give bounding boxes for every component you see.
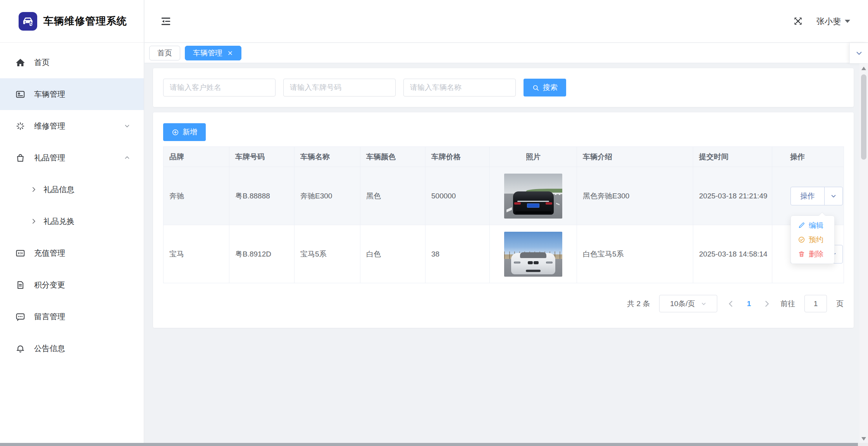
vehicle-photo-black-mercedes[interactable] (504, 174, 562, 219)
check-circle-icon (798, 236, 805, 243)
next-page-button[interactable] (763, 300, 771, 308)
caret-down-icon (845, 20, 850, 23)
collapse-menu-icon[interactable] (160, 15, 172, 27)
page-size-select[interactable]: 10条/页 (659, 295, 717, 312)
tab-label: 首页 (157, 48, 172, 58)
scroll-down-arrow-icon[interactable] (861, 437, 866, 441)
sidebar-item-messages[interactable]: 留言管理 (0, 301, 144, 332)
prev-page-button[interactable] (727, 300, 735, 308)
vehicle-name-input[interactable] (403, 79, 516, 96)
pagination: 共 2 条 10条/页 1 前往 页 (163, 295, 844, 312)
cell-brand: 奔驰 (164, 167, 229, 225)
table-row: 奔驰 粤B.88888 奔驰E300 黑色 500000 黑色奔驰E300 20… (164, 167, 844, 225)
cell-price: 38 (425, 225, 490, 283)
tab-overflow-button[interactable] (849, 43, 868, 63)
chevron-right-icon (30, 186, 37, 193)
goto-label: 前往 (780, 299, 795, 309)
cell-name: 奔驰E300 (294, 167, 360, 225)
cell-color: 白色 (360, 225, 425, 283)
col-plate: 车牌号码 (229, 147, 294, 167)
sidebar-item-home[interactable]: 首页 (0, 46, 144, 78)
sidebar-item-points[interactable]: 积分变更 (0, 269, 144, 301)
sidebar-item-label: 礼品兑换 (43, 216, 74, 227)
home-icon (16, 57, 26, 67)
menu-item-edit[interactable]: 编辑 (791, 218, 834, 232)
tab-vehicle-management[interactable]: 车辆管理 (185, 46, 241, 60)
scroll-up-arrow-icon[interactable] (861, 67, 866, 70)
cell-intro: 白色宝马5系 (577, 225, 693, 283)
close-icon[interactable] (227, 50, 233, 56)
sidebar-menu: 首页 车辆管理 维修管理 (0, 43, 144, 364)
car-logo-icon (19, 12, 37, 31)
row-action-split-button[interactable]: 操作 (790, 187, 843, 205)
menu-item-label: 删除 (809, 249, 823, 259)
col-price: 车牌价格 (425, 147, 490, 167)
vehicle-table-panel: 新增 品牌 车牌号码 车辆名称 车辆颜色 车牌价格 照片 车辆介绍 提交时间 操… (153, 112, 854, 328)
sidebar-item-label: 充值管理 (34, 248, 65, 258)
sidebar-item-gift-exchange[interactable]: 礼品兑换 (0, 205, 144, 237)
page-number-1[interactable]: 1 (744, 300, 753, 308)
chevron-down-icon (124, 122, 131, 129)
repair-spark-icon (16, 121, 26, 131)
add-button-label: 新增 (183, 127, 197, 137)
plate-number-input[interactable] (283, 79, 396, 96)
goto-page-input[interactable] (804, 295, 827, 312)
cell-plate: 粤B.88888 (229, 167, 294, 225)
vertical-scrollbar-thumb[interactable] (861, 74, 866, 160)
search-button[interactable]: 搜索 (524, 79, 566, 96)
row-action-label[interactable]: 操作 (791, 187, 825, 205)
menu-item-delete[interactable]: 删除 (791, 247, 834, 261)
row-action-dropdown-menu: 编辑 预约 删除 (790, 215, 835, 264)
logo: 车辆维修管理系统 (0, 0, 144, 43)
chevron-down-icon[interactable] (825, 187, 842, 205)
fullscreen-icon[interactable] (793, 16, 803, 26)
sidebar-item-recharge[interactable]: 充值管理 (0, 237, 144, 269)
sidebar-item-label: 公告信息 (34, 343, 65, 354)
bell-icon (16, 343, 26, 353)
vehicle-repair-admin-app: 车辆维修管理系统 首页 车辆管理 维修管理 (0, 0, 868, 446)
horizontal-scrollbar-thumb[interactable] (0, 443, 858, 446)
user-name: 张小斐 (816, 16, 841, 27)
tabbar: 首页 车辆管理 (145, 43, 868, 63)
topbar: 张小斐 (145, 0, 868, 43)
sidebar-item-repairs[interactable]: 维修管理 (0, 110, 144, 142)
chevron-right-icon (30, 218, 37, 225)
col-color: 车辆颜色 (360, 147, 425, 167)
tab-label: 车辆管理 (193, 48, 222, 58)
cell-price: 500000 (425, 167, 490, 225)
sidebar-item-notices[interactable]: 公告信息 (0, 332, 144, 364)
vehicle-photo-white-bmw[interactable] (504, 232, 562, 277)
vehicle-table: 品牌 车牌号码 车辆名称 车辆颜色 车牌价格 照片 车辆介绍 提交时间 操作 奔… (163, 146, 844, 283)
tab-home[interactable]: 首页 (149, 46, 180, 60)
search-icon (532, 84, 539, 91)
points-doc-icon (16, 280, 26, 290)
plus-circle-icon (172, 129, 179, 136)
edit-pencil-icon (798, 222, 805, 229)
cell-plate: 粤B.8912D (229, 225, 294, 283)
vertical-scrollbar[interactable] (859, 64, 868, 443)
message-bubble-icon (16, 312, 26, 322)
search-panel: 搜索 (153, 68, 854, 107)
sidebar-item-gift-info[interactable]: 礼品信息 (0, 174, 144, 205)
menu-item-book[interactable]: 预约 (791, 232, 834, 247)
col-name: 车辆名称 (294, 147, 360, 167)
page-unit-label: 页 (836, 299, 844, 309)
cell-time: 2025-03-18 14:58:14 (693, 225, 772, 283)
cell-color: 黑色 (360, 167, 425, 225)
cell-brand: 宝马 (164, 225, 229, 283)
gift-bag-icon (16, 153, 26, 163)
col-brand: 品牌 (164, 147, 229, 167)
customer-name-input[interactable] (163, 79, 276, 96)
sidebar-item-vehicles[interactable]: 车辆管理 (0, 78, 144, 110)
horizontal-scrollbar[interactable] (0, 443, 868, 446)
sidebar-item-label: 礼品管理 (34, 153, 65, 163)
recharge-card-icon (16, 248, 26, 258)
sidebar-item-label: 车辆管理 (34, 89, 65, 100)
sidebar-item-label: 首页 (34, 57, 50, 68)
col-intro: 车辆介绍 (577, 147, 693, 167)
add-button[interactable]: 新增 (163, 123, 206, 141)
vehicle-card-icon (16, 89, 26, 99)
sidebar-item-gifts[interactable]: 礼品管理 (0, 142, 144, 174)
col-photo: 照片 (490, 147, 577, 167)
user-menu[interactable]: 张小斐 (816, 16, 850, 27)
